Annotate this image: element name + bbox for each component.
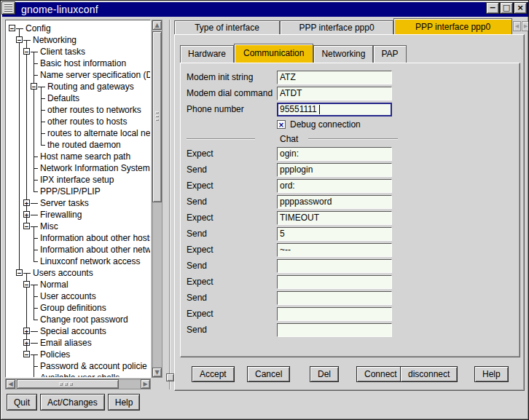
tree-row-config[interactable]: −Config [9,23,150,34]
tree-expander-icon[interactable]: − [9,23,16,34]
tree-row-policies[interactable]: −Policies [9,349,150,360]
chat-row-send-1: Send [187,162,520,178]
tree-branch-icon [31,244,38,255]
help-button[interactable]: Help [108,394,141,411]
tab-hardware[interactable]: Hardware [180,45,234,63]
tree-row-users-accounts[interactable]: −Users accounts [9,267,150,279]
connect-button[interactable]: Connect [356,366,405,382]
tree-item-label: Normal [40,279,68,290]
tab-pap[interactable]: PAP [373,45,406,63]
tree-item-label: Special accounts [40,325,106,337]
tree-row-other-routes-to-hosts[interactable]: other routes to hosts [9,116,150,127]
tree-item-label: Email aliases [40,337,92,349]
tree-row-ppp-slip-plip[interactable]: PPP/SLIP/PLIP [9,186,150,197]
chat-expect-input-2[interactable] [277,179,392,193]
chat-expect-input-0[interactable] [277,147,392,161]
tree-row-name-server-specification-d[interactable]: Name server specification (D [9,69,150,81]
tree-row-the-routed-daemon[interactable]: the routed daemon [9,139,150,151]
tree-row-group-definitions[interactable]: Group definitions [9,302,150,314]
chat-send-input-1[interactable] [277,163,392,177]
tree-horizontal-scrollbar[interactable]: ◀ ▶ [5,379,151,389]
tree-expander-icon[interactable]: − [16,34,23,46]
tree-row-client-tasks[interactable]: −Client tasks [9,46,150,58]
chat-script-rows: ExpectSendExpectSendExpectSendExpectSend… [187,146,520,338]
tree-expander-icon[interactable]: − [23,279,31,290]
scroll-left-icon[interactable]: ◀ [6,379,15,389]
tree-expander-icon[interactable]: + [23,197,31,209]
tree-expander-icon[interactable]: + [23,209,31,221]
tree-expander-icon[interactable]: + [23,325,31,337]
tree-expander-icon[interactable]: − [23,221,31,232]
tree-row-information-about-other-netw[interactable]: Information about other netw [9,244,150,255]
tree-row-firewalling[interactable]: +Firewalling [9,209,150,221]
close-icon[interactable]: × [514,2,527,14]
minimize-icon[interactable]: − [486,2,499,14]
chat-send-input-7[interactable] [277,259,392,273]
tree-expander-icon[interactable]: − [16,267,23,279]
scroll-right-icon[interactable]: ▶ [141,379,150,389]
tab-communication[interactable]: Communication [234,44,313,63]
tree-row-user-accounts[interactable]: User accounts [9,290,150,302]
disconnect-button[interactable]: disconnect [400,366,458,382]
modem-init-string-label: Modem init string [187,72,277,82]
tree-row-routes-to-alternate-local-ne[interactable]: routes to alternate local ne [9,127,150,139]
chat-send-input-5[interactable] [277,227,392,241]
tree-row-ipx-interface-setup[interactable]: IPX interface setup [9,174,150,186]
tree-item-label: Defaults [47,92,79,104]
tab-scroll-right-icon[interactable]: ▶ [522,21,529,31]
accept-button[interactable]: Accept [192,366,235,382]
help-button[interactable]: Help [474,366,509,382]
tree-expander-icon[interactable]: − [23,46,31,58]
tree-expander-icon[interactable]: + [23,337,31,349]
tree-row-basic-host-information[interactable]: Basic host information [9,58,150,69]
act-changes-button[interactable]: Act/Changes [40,394,105,411]
tree-row-information-about-other-hosts[interactable]: Information about other hosts [9,232,150,244]
tab-ppp-interface-ppp0[interactable]: PPP interface ppp0 [280,20,393,35]
del-button[interactable]: Del [310,366,339,382]
chat-send-input-11[interactable] [277,323,392,337]
chat-expect-input-4[interactable] [277,211,392,225]
chat-expect-input-10[interactable] [277,307,392,321]
tree-expander-icon[interactable]: − [31,81,38,92]
tab-type-of-interface[interactable]: Type of interface [174,20,280,35]
chat-row-expect-8: Expect [187,274,520,290]
tree-row-password-account-policie[interactable]: Password & account policie [9,360,150,372]
tree-row-linuxconf-network-access[interactable]: Linuxconf network access [9,255,150,267]
pane-resize-grip[interactable] [166,373,174,381]
tree-row-host-name-search-path[interactable]: Host name search path [9,151,150,162]
tree-row-network-information-system[interactable]: Network Information System [9,162,150,174]
debug-connection-checkbox[interactable]: × [277,120,286,129]
horizontal-scroll-thumb[interactable] [17,379,119,389]
tree-row-normal[interactable]: −Normal [9,279,150,290]
tab-ppp-interface-ppp0-active[interactable]: PPP interface ppp0 [393,18,512,35]
modem-dial-command-input[interactable] [277,87,392,100]
cancel-button[interactable]: Cancel [247,366,290,382]
modem-init-string-input[interactable] [277,71,392,84]
tree-vertical-scrollbar[interactable]: ▲ ▼ [152,20,162,378]
tree-row-available-user-shells[interactable]: Available user shells [9,372,150,378]
quit-button[interactable]: Quit [7,394,37,411]
scroll-up-icon[interactable]: ▲ [152,20,162,30]
tree-row-networking[interactable]: −Networking [9,34,150,46]
tree-row-defaults[interactable]: Defaults [9,92,150,104]
tree-branch-icon [31,162,38,174]
maximize-icon[interactable]: □ [500,2,513,14]
tree-expander-icon[interactable]: − [23,349,31,360]
tree-row-change-root-password[interactable]: Change root password [9,314,150,325]
tab-scroll-left-icon[interactable]: ◀ [513,21,521,31]
phone-number-input[interactable] [277,103,392,116]
tree-row-special-accounts[interactable]: +Special accounts [9,325,150,337]
scroll-down-icon[interactable]: ▼ [152,368,162,377]
tree-row-misc[interactable]: −Misc [9,221,150,232]
chat-expect-input-6[interactable] [277,243,392,257]
tree-row-email-aliases[interactable]: +Email aliases [9,337,150,349]
chat-expect-input-8[interactable] [277,275,392,289]
tree-row-routing-and-gateways[interactable]: −Routing and gateways [9,81,150,92]
chat-send-input-9[interactable] [277,291,392,305]
chat-send-input-3[interactable] [277,195,392,209]
vertical-scroll-thumb[interactable] [152,31,162,202]
tree-row-server-tasks[interactable]: +Server tasks [9,197,150,209]
window-menu-icon[interactable] [1,1,15,15]
tree-row-other-routes-to-networks[interactable]: other routes to networks [9,104,150,116]
tab-networking[interactable]: Networking [313,45,373,63]
